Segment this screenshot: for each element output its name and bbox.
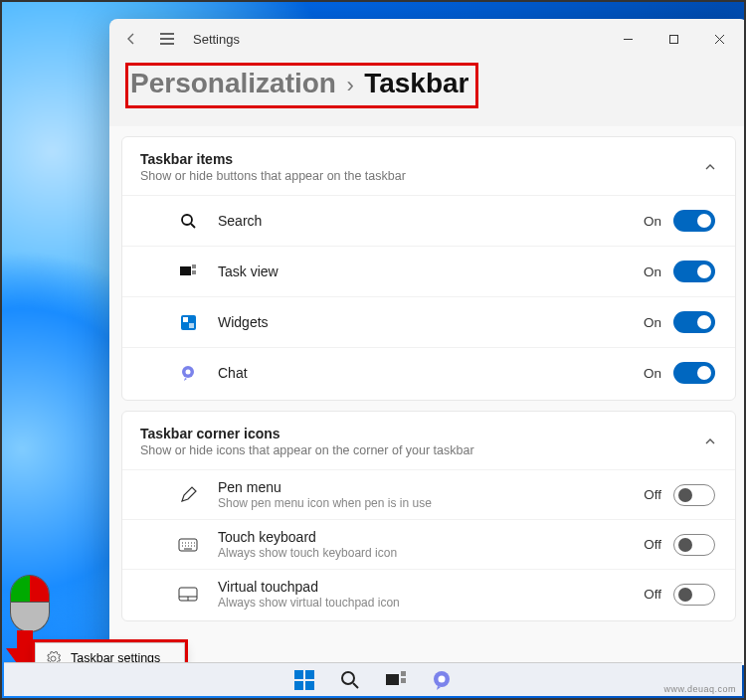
row-pen-menu: Pen menu Show pen menu icon when pen is … <box>122 469 735 519</box>
chevron-up-icon <box>703 435 717 448</box>
widgets-icon <box>176 315 200 330</box>
breadcrumb-parent[interactable]: Personalization <box>130 68 336 98</box>
maximize-button[interactable] <box>651 20 696 58</box>
chevron-up-icon <box>703 160 717 174</box>
toggle-state: On <box>644 366 661 381</box>
row-sublabel: Show pen menu icon when pen is in use <box>218 496 644 510</box>
row-label: Search <box>218 213 644 229</box>
row-label: Touch keyboard <box>218 529 644 545</box>
toggle-state: On <box>644 315 661 330</box>
titlebar: Settings <box>109 19 746 59</box>
start-button[interactable] <box>292 668 316 692</box>
section-title: Taskbar corner icons <box>140 426 703 441</box>
touchpad-icon <box>176 587 200 602</box>
toggle-state: Off <box>644 487 661 502</box>
toggle-state: Off <box>644 537 661 552</box>
keyboard-icon <box>176 538 200 552</box>
svg-rect-19 <box>401 678 406 683</box>
app-title: Settings <box>193 32 240 47</box>
chevron-right-icon: › <box>346 73 353 97</box>
toggle-search[interactable] <box>673 210 715 232</box>
breadcrumb: Personalization › Taskbar <box>125 63 478 108</box>
section-desc: Show or hide icons that appear on the co… <box>140 443 703 457</box>
minimize-button[interactable] <box>605 20 651 58</box>
row-search: Search On <box>122 195 735 246</box>
mouse-cursor-graphic <box>10 575 50 632</box>
taskbar-task-view-icon[interactable] <box>384 668 408 692</box>
pen-icon <box>176 486 200 504</box>
svg-rect-13 <box>305 670 314 679</box>
section-header-taskbar-items[interactable]: Taskbar items Show or hide buttons that … <box>122 137 735 195</box>
row-sublabel: Always show virtual touchpad icon <box>218 596 644 610</box>
row-label: Task view <box>218 263 644 279</box>
toggle-pen-menu[interactable] <box>673 484 715 506</box>
section-desc: Show or hide buttons that appear on the … <box>140 169 703 183</box>
watermark: www.deuaq.com <box>663 684 736 694</box>
toggle-virtual-touchpad[interactable] <box>673 584 715 606</box>
section-header-corner-icons[interactable]: Taskbar corner icons Show or hide icons … <box>122 412 735 469</box>
toggle-task-view[interactable] <box>673 261 715 282</box>
toggle-state: On <box>644 264 661 279</box>
svg-rect-14 <box>294 681 303 690</box>
svg-rect-15 <box>305 681 314 690</box>
settings-window: Settings Personalization › Taskbar Taskb… <box>109 19 746 665</box>
svg-point-16 <box>342 672 354 684</box>
svg-rect-2 <box>180 266 191 275</box>
back-button[interactable] <box>115 23 147 55</box>
taskbar <box>4 662 742 696</box>
svg-rect-4 <box>192 270 196 274</box>
task-view-icon <box>176 264 200 278</box>
svg-rect-18 <box>401 671 406 676</box>
row-label: Chat <box>218 365 644 381</box>
toggle-state: Off <box>644 587 661 602</box>
row-label: Virtual touchpad <box>218 579 644 595</box>
section-corner-icons: Taskbar corner icons Show or hide icons … <box>121 411 736 621</box>
row-chat: Chat On <box>122 347 735 398</box>
section-taskbar-items: Taskbar items Show or hide buttons that … <box>121 136 736 401</box>
breadcrumb-current: Taskbar <box>364 68 468 98</box>
search-icon <box>176 213 200 230</box>
svg-rect-6 <box>183 317 188 322</box>
close-button[interactable] <box>696 20 742 58</box>
taskbar-chat-icon[interactable] <box>430 668 454 692</box>
svg-rect-3 <box>192 264 196 268</box>
row-widgets: Widgets On <box>122 296 735 347</box>
svg-point-1 <box>182 215 192 225</box>
svg-point-9 <box>186 370 191 375</box>
taskbar-search-icon[interactable] <box>338 668 362 692</box>
svg-rect-0 <box>669 35 677 43</box>
row-label: Pen menu <box>218 479 644 495</box>
section-title: Taskbar items <box>140 151 703 167</box>
row-touch-keyboard: Touch keyboard Always show touch keyboar… <box>122 519 735 569</box>
row-label: Widgets <box>218 314 644 330</box>
row-virtual-touchpad: Virtual touchpad Always show virtual tou… <box>122 569 735 618</box>
svg-point-21 <box>439 675 446 682</box>
chat-icon <box>176 365 200 381</box>
svg-rect-12 <box>294 670 303 679</box>
toggle-chat[interactable] <box>673 362 715 384</box>
svg-rect-17 <box>386 674 399 685</box>
toggle-touch-keyboard[interactable] <box>673 534 715 556</box>
hamburger-menu-button[interactable] <box>151 23 183 55</box>
row-sublabel: Always show touch keyboard icon <box>218 546 644 560</box>
row-task-view: Task view On <box>122 246 735 296</box>
svg-rect-7 <box>189 323 194 328</box>
toggle-state: On <box>644 214 661 229</box>
toggle-widgets[interactable] <box>673 311 715 333</box>
